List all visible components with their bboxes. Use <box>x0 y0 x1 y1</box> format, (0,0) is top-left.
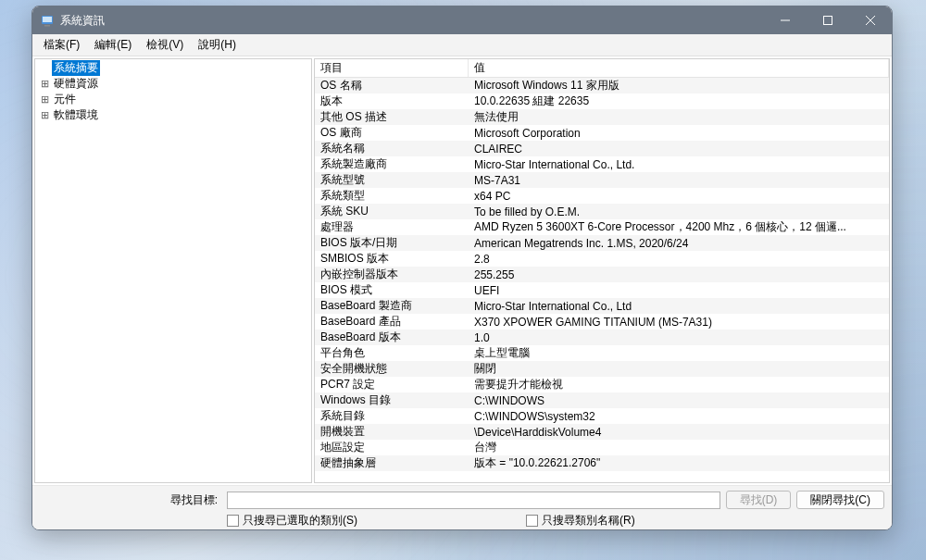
list-row[interactable]: BIOS 模式UEFI <box>315 282 889 298</box>
expand-spacer <box>39 63 50 74</box>
find-button[interactable]: 尋找(D) <box>726 491 792 509</box>
navigation-tree[interactable]: 系統摘要⊞硬體資源⊞元件⊞軟體環境 <box>34 58 312 483</box>
cell-item: 平台角色 <box>315 345 469 361</box>
cell-value: X370 XPOWER GAMING TITANIUM (MS-7A31) <box>469 316 889 329</box>
cell-value: 無法使用 <box>469 109 889 125</box>
expand-icon[interactable]: ⊞ <box>39 94 50 106</box>
titlebar[interactable]: 系統資訊 <box>32 6 892 34</box>
expand-icon[interactable]: ⊞ <box>39 110 50 121</box>
col-header-value[interactable]: 值 <box>469 59 889 77</box>
cell-value: 255.255 <box>469 268 889 281</box>
list-row[interactable]: SMBIOS 版本2.8 <box>315 251 889 267</box>
cell-value: UEFI <box>469 284 889 297</box>
cell-item: OS 廠商 <box>315 125 469 141</box>
list-row[interactable]: 系統型號MS-7A31 <box>315 172 889 188</box>
list-row[interactable]: 系統製造廠商Micro-Star International Co., Ltd. <box>315 156 889 172</box>
tree-item-label: 硬體資源 <box>52 76 100 92</box>
cell-item: 其他 OS 描述 <box>315 109 469 125</box>
list-row[interactable]: 其他 OS 描述無法使用 <box>315 109 889 125</box>
cell-item: 版本 <box>315 93 469 109</box>
menu-help[interactable]: 說明(H) <box>191 34 244 56</box>
cell-item: 系統製造廠商 <box>315 156 469 172</box>
search-selected-only-checkbox[interactable]: 只搜尋已選取的類別(S) <box>227 513 357 529</box>
search-label: 尋找目標: <box>40 492 221 508</box>
search-input[interactable] <box>227 492 720 509</box>
app-icon <box>40 13 55 28</box>
list-row[interactable]: BaseBoard 產品X370 XPOWER GAMING TITANIUM … <box>315 314 889 330</box>
cell-item: Windows 目錄 <box>315 392 469 408</box>
close-find-button[interactable]: 關閉尋找(C) <box>796 491 884 509</box>
list-row[interactable]: 系統 SKUTo be filled by O.E.M. <box>315 204 889 219</box>
list-row[interactable]: 內嵌控制器版本255.255 <box>315 267 889 282</box>
cell-value: 1.0 <box>469 331 889 344</box>
cell-item: 內嵌控制器版本 <box>315 267 469 282</box>
tree-item-label: 軟體環境 <box>52 107 100 123</box>
cell-value: C:\WINDOWS\system32 <box>469 410 889 423</box>
checkbox-label: 只搜尋已選取的類別(S) <box>243 513 357 529</box>
menu-file[interactable]: 檔案(F) <box>36 34 87 56</box>
list-row[interactable]: 平台角色桌上型電腦 <box>315 345 889 361</box>
cell-item: 系統型號 <box>315 172 469 188</box>
cell-value: Micro-Star International Co., Ltd. <box>469 158 889 171</box>
list-row[interactable]: BaseBoard 版本1.0 <box>315 330 889 345</box>
list-row[interactable]: PCR7 設定需要提升才能檢視 <box>315 377 889 392</box>
close-button[interactable] <box>849 6 892 34</box>
cell-value: American Megatrends Inc. 1.MS, 2020/6/24 <box>469 237 889 250</box>
list-row[interactable]: 系統類型x64 PC <box>315 188 889 204</box>
cell-value: 2.8 <box>469 253 889 266</box>
list-row[interactable]: 版本10.0.22635 組建 22635 <box>315 93 889 109</box>
cell-value: AMD Ryzen 5 3600XT 6-Core Processor，4200… <box>469 219 889 235</box>
list-row[interactable]: 地區設定台灣 <box>315 440 889 455</box>
checkbox-label: 只搜尋類別名稱(R) <box>542 513 635 529</box>
cell-item: BaseBoard 產品 <box>315 314 469 330</box>
list-row[interactable]: BaseBoard 製造商Micro-Star International Co… <box>315 298 889 314</box>
tree-item-label: 元件 <box>52 92 78 107</box>
svg-rect-1 <box>43 17 52 22</box>
list-row[interactable]: BIOS 版本/日期American Megatrends Inc. 1.MS,… <box>315 235 889 251</box>
checkbox-icon <box>227 515 239 527</box>
col-header-item[interactable]: 項目 <box>315 59 469 77</box>
cell-value: CLAIREC <box>469 143 889 156</box>
minimize-button[interactable] <box>764 6 807 34</box>
cell-item: 處理器 <box>315 219 469 235</box>
list-row[interactable]: OS 名稱Microsoft Windows 11 家用版 <box>315 78 889 93</box>
svg-rect-2 <box>44 25 50 27</box>
list-row[interactable]: 硬體抽象層版本 = "10.0.22621.2706" <box>315 455 889 471</box>
cell-item: OS 名稱 <box>315 78 469 93</box>
list-row[interactable]: 處理器AMD Ryzen 5 3600XT 6-Core Processor，4… <box>315 219 889 235</box>
list-row[interactable]: OS 廠商Microsoft Corporation <box>315 125 889 141</box>
tree-item[interactable]: ⊞軟體環境 <box>35 107 311 123</box>
cell-item: 開機裝置 <box>315 424 469 440</box>
cell-item: 系統類型 <box>315 188 469 204</box>
expand-icon[interactable]: ⊞ <box>39 79 50 90</box>
cell-value: 需要提升才能檢視 <box>469 377 889 392</box>
cell-value: 桌上型電腦 <box>469 345 889 361</box>
search-category-only-checkbox[interactable]: 只搜尋類別名稱(R) <box>526 513 635 529</box>
content-area: 系統摘要⊞硬體資源⊞元件⊞軟體環境 項目 值 OS 名稱Microsoft Wi… <box>32 56 892 485</box>
window-title: 系統資訊 <box>60 13 764 29</box>
list-row[interactable]: 安全開機狀態關閉 <box>315 361 889 377</box>
tree-item[interactable]: ⊞元件 <box>35 92 311 107</box>
cell-item: 系統名稱 <box>315 141 469 156</box>
cell-item: SMBIOS 版本 <box>315 251 469 267</box>
list-row[interactable]: 系統名稱CLAIREC <box>315 141 889 156</box>
maximize-button[interactable] <box>807 6 849 34</box>
cell-item: BaseBoard 製造商 <box>315 298 469 314</box>
list-body[interactable]: OS 名稱Microsoft Windows 11 家用版版本10.0.2263… <box>315 78 889 482</box>
list-row[interactable]: Windows 目錄C:\WINDOWS <box>315 392 889 408</box>
menu-view[interactable]: 檢視(V) <box>139 34 191 56</box>
menu-edit[interactable]: 編輯(E) <box>87 34 139 56</box>
tree-item[interactable]: ⊞硬體資源 <box>35 76 311 92</box>
cell-value: 版本 = "10.0.22621.2706" <box>469 455 889 471</box>
cell-value: Microsoft Corporation <box>469 127 889 140</box>
cell-item: BIOS 版本/日期 <box>315 235 469 251</box>
list-row[interactable]: 開機裝置\Device\HarddiskVolume4 <box>315 424 889 440</box>
cell-item: BIOS 模式 <box>315 282 469 298</box>
list-row[interactable]: 系統目錄C:\WINDOWS\system32 <box>315 408 889 424</box>
tree-item[interactable]: 系統摘要 <box>35 60 311 76</box>
cell-value: 10.0.22635 組建 22635 <box>469 93 889 109</box>
cell-item: 硬體抽象層 <box>315 455 469 471</box>
cell-value: \Device\HarddiskVolume4 <box>469 426 889 439</box>
cell-item: PCR7 設定 <box>315 377 469 392</box>
search-bar: 尋找目標: 尋找(D) 關閉尋找(C) 只搜尋已選取的類別(S) 只搜尋類別名稱… <box>32 485 892 529</box>
